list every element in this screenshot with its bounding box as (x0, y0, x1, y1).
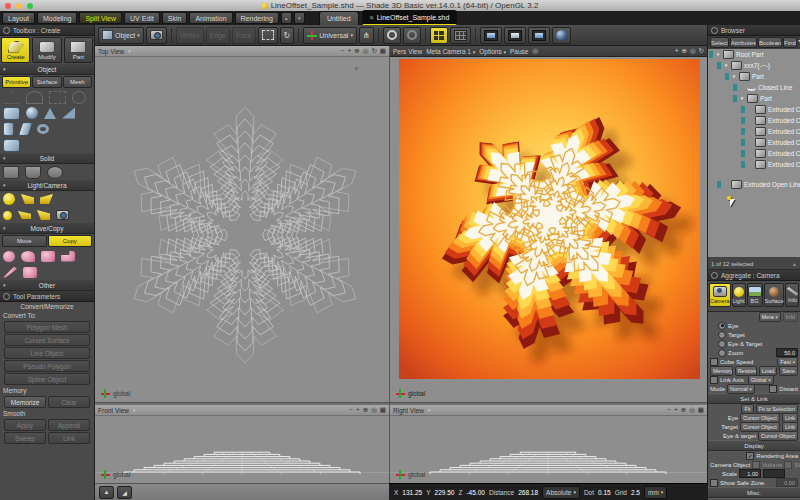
convert-polygon-mesh-button[interactable]: Polygon Mesh (4, 321, 90, 333)
doc-tab-lineoffset-sample[interactable]: × LineOffset_Sample.shd (362, 10, 458, 26)
directional-light-icon[interactable] (40, 194, 53, 204)
tab-modeling[interactable]: Modeling (37, 12, 77, 24)
rotate-select-button[interactable]: ↻ (280, 27, 295, 44)
aggregate-tab-camera[interactable]: Camera (709, 283, 731, 307)
pose-tool-button[interactable]: ⋔ (359, 27, 374, 44)
smooth-sweep-button[interactable]: Sweep (4, 432, 46, 444)
tab-mesh[interactable]: Mesh (63, 76, 92, 88)
coordinate-mode-dropdown[interactable]: Absolute▾ (542, 486, 580, 499)
zoom-out-icon[interactable]: − (341, 47, 345, 55)
view-menu-icon[interactable]: ▾ (133, 407, 136, 413)
volume-checkbox[interactable] (752, 461, 760, 469)
panel-menu-icon[interactable] (711, 272, 718, 279)
copy-scale-icon[interactable] (3, 251, 15, 262)
pan-icon[interactable]: ⊕ (681, 406, 686, 414)
tab-copy[interactable]: Copy (48, 235, 93, 247)
zoom-in-icon[interactable]: + (675, 47, 679, 55)
safe-zone-field[interactable]: 0.90 (776, 478, 798, 487)
pers-viewport[interactable]: Pers View Meta Camera 1 ▾ Options ▾ Paus… (390, 46, 707, 402)
tab-uv-edit[interactable]: UV Edit (124, 12, 160, 24)
clear-button[interactable]: Clear (48, 396, 90, 408)
cylinder-tool-icon[interactable] (3, 122, 14, 136)
tab-move[interactable]: Move (2, 235, 47, 247)
torus-tool-icon[interactable] (37, 124, 49, 134)
memorize-button[interactable]: Memorize (4, 396, 46, 408)
preview-render-button[interactable] (552, 27, 571, 44)
rotate-view-icon[interactable]: ↻ (371, 47, 376, 55)
tree-row-extruded-closed[interactable]: ▼Extruded Closed (708, 104, 800, 115)
toolbox-header[interactable]: Toolbox : Create (0, 25, 94, 36)
sight-checkbox[interactable] (784, 461, 792, 469)
copy-stack-icon[interactable] (61, 251, 75, 262)
sphere-tool-icon[interactable] (26, 107, 38, 119)
wedge-tool-icon[interactable] (62, 108, 75, 119)
visibility-toggle[interactable] (741, 128, 745, 135)
aggregate-tab-light[interactable]: Light (732, 283, 746, 307)
create-button[interactable]: Create (1, 37, 30, 63)
tree-row-extruded-closed[interactable]: ▼Extruded Closed (708, 137, 800, 148)
circle-tool-icon[interactable] (72, 91, 86, 104)
visibility-toggle[interactable] (741, 106, 745, 113)
camera-selector-dropdown[interactable]: Meta Camera 1 ▾ (426, 48, 475, 55)
other-section-header[interactable]: ▾Other (0, 280, 94, 291)
visibility-toggle[interactable] (709, 51, 713, 58)
tree-row-closed-line[interactable]: ▼Closed Line (708, 82, 800, 93)
aggregate-header[interactable]: Aggregate : Camera (708, 270, 800, 281)
aggregate-tab-info[interactable]: Info (785, 283, 799, 307)
tree-row-root-part[interactable]: ▼Root Part (708, 49, 800, 60)
copy-rotate-icon[interactable] (21, 251, 35, 262)
zoom-tool-icon[interactable]: ◎ (690, 47, 696, 55)
safe-zone-checkbox[interactable] (710, 479, 718, 487)
spring-tool-icon[interactable] (26, 91, 43, 104)
right-view-canvas[interactable] (390, 416, 707, 483)
snap-mode-button[interactable]: ◢ (117, 486, 132, 499)
move-copy-section-header[interactable]: ▾Move/Copy (0, 223, 94, 234)
tab-split-view[interactable]: Split View (79, 12, 122, 24)
zoom-value-field[interactable]: 50.0 (776, 348, 798, 357)
display-mode-texture-button[interactable] (528, 27, 550, 44)
axis-lock-button[interactable]: ▲ (99, 486, 114, 499)
tab-skin[interactable]: Skin (162, 12, 188, 24)
grid-toggle-button[interactable] (450, 27, 471, 44)
tab-rendering[interactable]: Rendering (235, 12, 279, 24)
target-radio[interactable] (718, 331, 726, 339)
grid-view-icon[interactable]: ▦ (698, 406, 704, 414)
memory-dropdown[interactable]: Memory▾ (710, 366, 733, 376)
eye-target-cursor-object-button[interactable]: Cursor Object (758, 431, 798, 441)
spot-light-icon[interactable] (21, 194, 34, 204)
mode-dropdown[interactable]: Normal ▾ (727, 384, 755, 394)
camera-create-icon[interactable] (56, 210, 69, 220)
smooth-append-button[interactable]: Append (48, 419, 90, 431)
vertex-mode-button[interactable]: Vertex (176, 27, 204, 44)
visibility-toggle[interactable] (741, 161, 745, 168)
zoom-out-icon[interactable]: − (667, 406, 671, 414)
convert-pseudo-polygon-button[interactable]: Pseudo Polygon (4, 360, 90, 372)
part-button[interactable]: Part (64, 37, 93, 63)
meta-dropdown[interactable]: Meta ▾ (759, 312, 781, 322)
wireframe-toggle-button[interactable] (403, 27, 421, 44)
expand-arrow-icon[interactable]: ▼ (731, 74, 737, 79)
front-view-canvas[interactable] (95, 416, 389, 483)
rendering-area-checkbox[interactable]: ✓ (746, 452, 754, 460)
panel-menu-icon[interactable] (3, 27, 10, 34)
tree-row-extruded-closed[interactable]: ▼Extruded Closed (708, 159, 800, 170)
options-dropdown[interactable]: Options ▾ (479, 48, 506, 55)
scale-field-2[interactable] (763, 469, 785, 478)
view-menu-icon[interactable]: ▾ (128, 48, 131, 54)
solid-subtract-icon[interactable] (25, 166, 41, 179)
dashed-square-tool-icon[interactable] (49, 91, 66, 104)
browser-tab-attributes[interactable]: Attributes (730, 37, 757, 48)
top-view-canvas[interactable] (95, 57, 389, 402)
expand-arrow-icon[interactable]: ▼ (715, 52, 721, 57)
zoom-radio[interactable] (718, 349, 726, 357)
tab-scroll-down-icon[interactable]: ▾ (294, 12, 305, 24)
resize-grip-icon[interactable]: ▲ (792, 261, 797, 267)
tree-row-extruded-closed[interactable]: ▼Extruded Closed (708, 126, 800, 137)
face-mode-button[interactable]: Face (232, 27, 256, 44)
sun-light-icon[interactable] (3, 193, 15, 205)
four-view-button[interactable] (430, 27, 448, 44)
object-section-header[interactable]: ▾Object (0, 64, 94, 75)
area-light-icon[interactable] (18, 211, 31, 219)
front-viewport[interactable]: Front View ▾ − + ⊕ ◎ ▦ global (95, 405, 389, 483)
ambient-light-icon[interactable] (37, 210, 50, 220)
